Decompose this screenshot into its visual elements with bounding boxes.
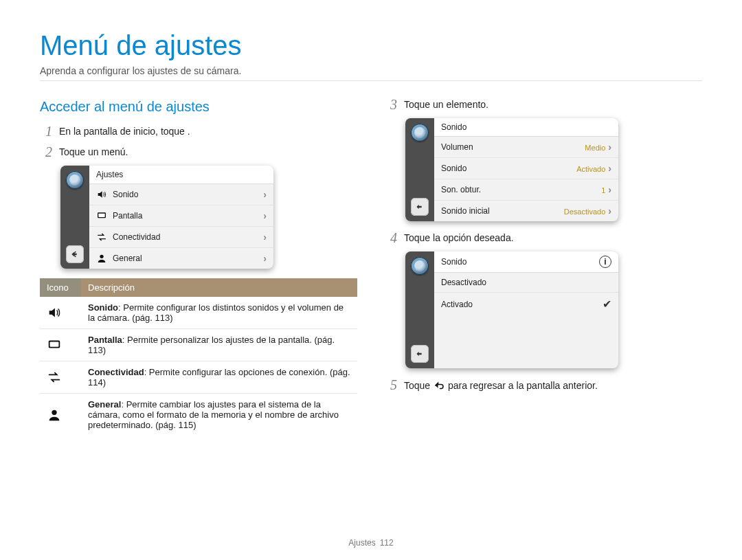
chevron-right-icon: ›	[608, 163, 611, 174]
menu-label: Son. obtur.	[441, 185, 481, 194]
step-2: 2 Toque un menú.	[40, 145, 357, 159]
connectivity-icon	[40, 361, 81, 394]
option-activado[interactable]: Activado ✔	[434, 293, 618, 315]
menu-row-sonido[interactable]: Sonido ›	[89, 184, 273, 205]
menu-label: Sonido	[113, 190, 138, 199]
section-heading: Acceder al menú de ajustes	[40, 99, 357, 115]
chevron-right-icon: ›	[263, 253, 267, 264]
gear-icon	[411, 257, 429, 275]
step-5: 5 Toque para regresar a la pantalla ante…	[385, 378, 702, 394]
person-icon	[40, 394, 81, 436]
step-3: 3 Toque un elemento.	[385, 98, 702, 111]
step-5-before: Toque	[404, 380, 433, 391]
table-desc: Sonido: Permite configurar los distintos…	[81, 297, 357, 329]
option-label: Activado	[441, 300, 473, 309]
chevron-right-icon: ›	[263, 232, 267, 243]
camera-screen-sonido: Sonido Volumen Medio› Sonido Activado› S…	[405, 118, 618, 221]
table-row: Sonido: Permite configurar los distintos…	[40, 297, 357, 329]
page-footer: Ajustes112	[0, 538, 742, 548]
svg-point-5	[52, 410, 56, 414]
menu-label: Conectividad	[113, 232, 160, 242]
info-icon[interactable]: i	[599, 256, 611, 268]
back-icon[interactable]	[411, 198, 429, 216]
step-number: 5	[385, 378, 397, 392]
svg-rect-4	[50, 341, 59, 346]
screen-header: Sonido	[434, 118, 618, 137]
chevron-right-icon: ›	[263, 210, 267, 221]
gear-icon	[66, 171, 84, 189]
svg-rect-1	[98, 214, 104, 217]
page-subtitle: Aprenda a configurar los ajustes de su c…	[40, 65, 702, 81]
chevron-right-icon: ›	[608, 142, 611, 153]
table-desc: General: Permite cambiar los ajustes par…	[81, 394, 357, 436]
table-row: Conectividad: Permite configurar las opc…	[40, 361, 357, 394]
menu-row-son-obtur[interactable]: Son. obtur. 1›	[434, 179, 618, 201]
camera-screen-option: Sonido i Desactivado Activado ✔	[405, 251, 618, 368]
step-number: 2	[40, 145, 52, 159]
step-number: 1	[40, 124, 52, 138]
svg-point-2	[100, 255, 103, 258]
sound-icon	[40, 297, 81, 329]
person-icon	[96, 253, 107, 264]
step-5-after: para regresar a la pantalla anterior.	[448, 380, 598, 391]
menu-label: Sonido inicial	[441, 206, 490, 216]
step-1-text: En la pantalla de inicio, toque	[59, 126, 188, 137]
chevron-right-icon: ›	[608, 205, 611, 216]
check-icon: ✔	[603, 298, 611, 311]
table-desc: Pantalla: Permite personalizar los ajust…	[81, 329, 357, 361]
back-icon[interactable]	[66, 245, 84, 263]
menu-row-pantalla[interactable]: Pantalla ›	[89, 205, 273, 227]
step-3-text: Toque un elemento.	[404, 98, 488, 110]
menu-label: General	[113, 254, 142, 263]
icon-description-table: Icono Descripción Sonido: Permite config…	[40, 278, 357, 436]
option-label: Desactivado	[441, 278, 486, 287]
table-desc: Conectividad: Permite configurar las opc…	[81, 361, 357, 394]
step-number: 4	[385, 231, 397, 245]
table-header-icono: Icono	[40, 278, 81, 297]
step-number: 3	[385, 98, 397, 111]
page-title: Menú de ajustes	[40, 30, 702, 61]
menu-row-sonido[interactable]: Sonido Activado›	[434, 158, 618, 179]
menu-row-volumen[interactable]: Volumen Medio›	[434, 137, 618, 158]
menu-row-general[interactable]: General ›	[89, 248, 273, 269]
back-icon[interactable]	[411, 345, 429, 363]
menu-row-conectividad[interactable]: Conectividad ›	[89, 227, 273, 248]
chevron-right-icon: ›	[263, 189, 267, 200]
screen-icon	[96, 210, 107, 221]
table-row: General: Permite cambiar los ajustes par…	[40, 394, 357, 436]
sound-icon	[96, 189, 107, 200]
step-4: 4 Toque la opción deseada.	[385, 231, 702, 245]
screen-icon	[40, 329, 81, 361]
camera-screen-settings: Ajustes Sonido › Pantalla ›	[60, 166, 273, 269]
connectivity-icon	[96, 232, 107, 243]
chevron-right-icon: ›	[608, 184, 611, 195]
option-desactivado[interactable]: Desactivado	[434, 273, 618, 293]
menu-row-sonido-inicial[interactable]: Sonido inicial Desactivado›	[434, 201, 618, 221]
gear-icon	[411, 124, 429, 142]
table-header-desc: Descripción	[81, 278, 357, 297]
screen-header: Ajustes	[89, 166, 273, 184]
screen-header: Sonido	[441, 257, 466, 267]
return-icon	[433, 379, 445, 394]
table-row: Pantalla: Permite personalizar los ajust…	[40, 329, 357, 361]
step-2-text: Toque un menú.	[59, 145, 128, 157]
step-1: 1 En la pantalla de inicio, toque .	[40, 124, 357, 138]
menu-label: Pantalla	[113, 211, 142, 221]
menu-label: Volumen	[441, 142, 473, 152]
step-4-text: Toque la opción deseada.	[404, 231, 514, 243]
step-1-after: .	[188, 126, 190, 137]
menu-label: Sonido	[441, 164, 466, 173]
